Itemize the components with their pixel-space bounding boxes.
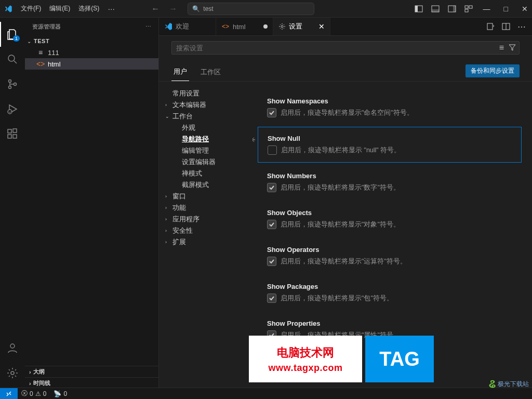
chevron-right-icon: › xyxy=(165,205,170,210)
svg-point-25 xyxy=(252,139,254,141)
activity-extensions[interactable] xyxy=(0,122,25,147)
tab-welcome[interactable]: 欢迎 xyxy=(159,18,216,35)
svg-rect-17 xyxy=(13,135,17,138)
activity-search[interactable] xyxy=(0,47,25,72)
menu-file[interactable]: 文件(F) xyxy=(18,3,44,14)
nav-forward-icon[interactable]: → xyxy=(169,4,177,14)
svg-rect-18 xyxy=(13,129,17,132)
checkbox-show-packages[interactable] xyxy=(267,294,276,303)
checkbox-show-numbers[interactable] xyxy=(267,183,276,192)
activity-scm[interactable] xyxy=(0,72,25,97)
settings-search-input[interactable] xyxy=(171,41,520,55)
layout-sidebar-left-icon[interactable] xyxy=(415,5,423,13)
command-center[interactable]: 🔍 test xyxy=(188,3,314,15)
tab-settings[interactable]: 设置 ✕ xyxy=(273,18,330,35)
toc-application[interactable]: ›应用程序 xyxy=(159,214,252,225)
explorer-more-icon[interactable]: ⋯ xyxy=(145,23,151,30)
setting-show-namespaces: Show Namespaces 启用后，痕迹导航栏将显示"命名空间"符号。 xyxy=(258,87,522,125)
editor-more-icon[interactable]: ⋯ xyxy=(517,22,526,32)
folder-header[interactable]: ⌄ TEST xyxy=(25,35,158,47)
setting-show-null: Show Null 启用后，痕迹导航栏将显示 "null" 符号。 xyxy=(258,127,522,163)
open-settings-json-icon[interactable] xyxy=(486,22,495,31)
status-problems[interactable]: ⓧ0 ⚠0 xyxy=(18,389,50,398)
checkbox-show-null[interactable] xyxy=(268,145,277,155)
vscode-logo-icon xyxy=(4,5,12,13)
split-editor-icon[interactable] xyxy=(502,22,510,31)
settings-scope-user[interactable]: 用户 xyxy=(171,64,189,81)
menu-more-icon[interactable]: … xyxy=(108,3,115,14)
layout-customize-icon[interactable] xyxy=(464,5,473,13)
svg-point-11 xyxy=(9,80,11,83)
chevron-down-icon: ⌄ xyxy=(27,38,31,44)
editor-region: 欢迎 <> html 设置 ✕ ⋯ ≡ xyxy=(159,18,532,389)
status-bar: ⓧ0 ⚠0 📡0 xyxy=(0,388,532,399)
nav-back-icon[interactable]: ← xyxy=(151,4,159,14)
layout-sidebar-right-icon[interactable] xyxy=(448,5,456,13)
vscode-tab-icon xyxy=(164,22,172,31)
timeline-section[interactable]: ›时间线 xyxy=(25,377,158,389)
toc-screencast[interactable]: 截屏模式 xyxy=(159,179,252,191)
toc-window[interactable]: ›窗口 xyxy=(159,191,252,202)
menu-select[interactable]: 选择(S) xyxy=(75,3,102,14)
svg-point-14 xyxy=(8,110,12,114)
error-icon: ⓧ xyxy=(21,389,28,398)
svg-rect-22 xyxy=(487,23,493,30)
chevron-right-icon: › xyxy=(29,380,31,387)
activity-debug[interactable] xyxy=(0,97,25,122)
status-ports[interactable]: 📡0 xyxy=(50,390,71,397)
svg-point-19 xyxy=(10,344,15,348)
toc-security[interactable]: ›安全性 xyxy=(159,225,252,236)
menu-edit[interactable]: 编辑(E) xyxy=(46,3,73,14)
toc-common[interactable]: 常用设置 xyxy=(159,88,252,99)
toc-breadcrumbs[interactable]: 导航路径 xyxy=(159,134,252,145)
toc-features[interactable]: ›功能 xyxy=(159,202,252,214)
toc-editor-mgmt[interactable]: 编辑管理 xyxy=(159,145,252,156)
toc-settings-editor[interactable]: 设置编辑器 xyxy=(159,156,252,168)
svg-rect-3 xyxy=(432,9,439,12)
toc-extensions[interactable]: ›扩展 xyxy=(159,236,252,248)
outline-section[interactable]: ›大纲 xyxy=(25,366,158,377)
toc-workbench[interactable]: ⌄工作台 xyxy=(159,111,252,122)
svg-point-20 xyxy=(11,371,14,375)
setting-show-operators: Show Operators 启用后，痕迹导航栏将显示"运算符"符号。 xyxy=(258,238,522,273)
clear-search-icon[interactable]: ≡ xyxy=(499,43,504,52)
filter-icon[interactable] xyxy=(508,43,516,51)
toc-appearance[interactable]: 外观 xyxy=(159,122,252,134)
svg-rect-1 xyxy=(415,6,418,12)
checkbox-show-operators[interactable] xyxy=(267,257,276,266)
svg-rect-6 xyxy=(465,6,468,8)
html-file-icon: <> xyxy=(221,23,230,30)
gear-icon[interactable] xyxy=(252,136,256,144)
toc-text-editor[interactable]: ›文本编辑器 xyxy=(159,99,252,111)
activity-settings[interactable] xyxy=(0,361,25,385)
gear-icon xyxy=(278,23,286,30)
svg-point-13 xyxy=(14,83,17,86)
search-icon: 🔍 xyxy=(192,5,200,12)
backup-sync-button[interactable]: 备份和同步设置 xyxy=(466,64,520,77)
svg-point-9 xyxy=(8,55,15,61)
svg-point-21 xyxy=(281,25,283,28)
window-minimize-icon[interactable]: — xyxy=(483,5,490,13)
chevron-right-icon: › xyxy=(165,102,170,108)
window-close-icon[interactable]: ✕ xyxy=(522,5,528,13)
activity-account[interactable] xyxy=(0,336,25,361)
file-item-111[interactable]: ≡ 111 xyxy=(25,47,158,58)
svg-line-10 xyxy=(14,61,17,63)
toc-zen-mode[interactable]: 禅模式 xyxy=(159,168,252,179)
search-text: test xyxy=(203,5,213,12)
tab-html[interactable]: <> html xyxy=(216,18,273,35)
radio-icon: 📡 xyxy=(54,390,61,397)
swirl-icon: ଌ xyxy=(489,377,496,391)
settings-toc: 常用设置 ›文本编辑器 ⌄工作台 外观 导航路径 编辑管理 设置编辑器 禅模式 … xyxy=(159,82,252,389)
tab-close-icon[interactable]: ✕ xyxy=(318,22,325,31)
file-item-html[interactable]: <> html xyxy=(25,58,158,70)
checkbox-show-objects[interactable] xyxy=(267,220,276,229)
svg-rect-5 xyxy=(453,6,456,12)
checkbox-show-namespaces[interactable] xyxy=(267,108,276,117)
window-maximize-icon[interactable]: □ xyxy=(504,5,508,13)
layout-panel-icon[interactable] xyxy=(431,5,440,13)
remote-indicator[interactable] xyxy=(0,388,18,400)
activity-explorer[interactable]: 1 xyxy=(0,22,25,47)
html-file-icon: <> xyxy=(36,60,45,68)
settings-scope-workspace[interactable]: 工作区 xyxy=(198,64,223,81)
